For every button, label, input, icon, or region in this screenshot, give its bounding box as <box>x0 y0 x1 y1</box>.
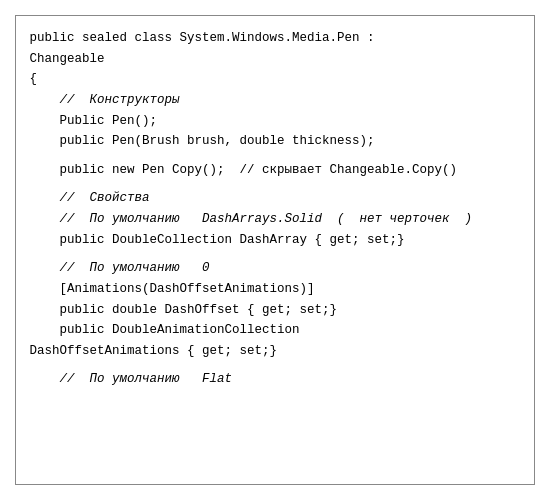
code-gap <box>30 361 520 369</box>
code-line: // По умолчанию 0 <box>30 258 520 279</box>
code-line: Changeable <box>30 49 520 70</box>
code-line: public double DashOffset { get; set;} <box>30 300 520 321</box>
code-line: public new Pen Copy(); // скрывает Chang… <box>30 160 520 181</box>
code-line: { <box>30 69 520 90</box>
code-line: // По умолчанию DashArrays.Solid ( нет ч… <box>30 209 520 230</box>
code-line: [Animations(DashOffsetAnimations)] <box>30 279 520 300</box>
code-line: public sealed class System.Windows.Media… <box>30 28 520 49</box>
code-line: public DoubleCollection DashArray { get;… <box>30 230 520 251</box>
code-line: public DoubleAnimationCollection <box>30 320 520 341</box>
code-gap <box>30 152 520 160</box>
code-line: public Pen(Brush brush, double thickness… <box>30 131 520 152</box>
code-line: // Конструкторы <box>30 90 520 111</box>
code-gap <box>30 180 520 188</box>
code-line: Public Pen(); <box>30 111 520 132</box>
code-block: public sealed class System.Windows.Media… <box>15 15 535 485</box>
code-line: DashOffsetAnimations { get; set;} <box>30 341 520 362</box>
code-line: // По умолчанию Flat <box>30 369 520 390</box>
code-line: // Свойства <box>30 188 520 209</box>
code-gap <box>30 250 520 258</box>
